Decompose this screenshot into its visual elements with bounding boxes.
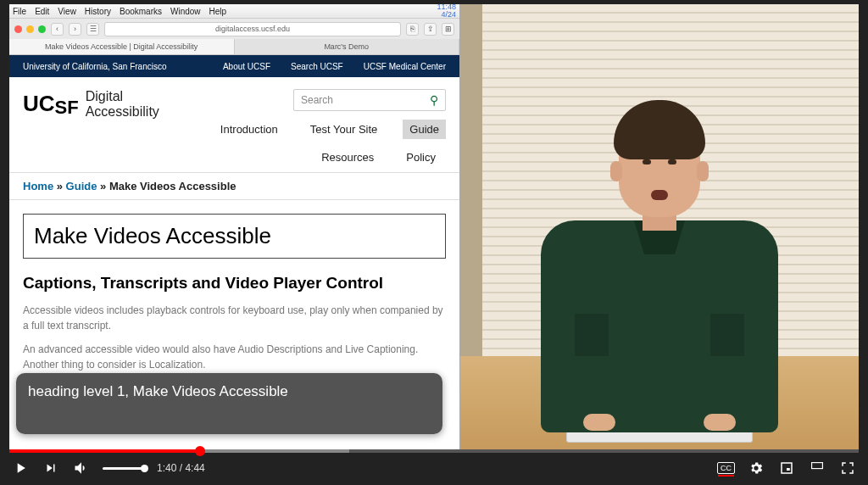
- share-button[interactable]: ⇪: [424, 23, 437, 36]
- voiceover-caption-panel: heading level 1, Make Videos Accessible: [16, 373, 442, 434]
- video-content: File Edit View History Bookmarks Window …: [9, 4, 859, 449]
- paragraph-2: An advanced accessible video would also …: [23, 342, 446, 372]
- minimize-icon[interactable]: [26, 25, 34, 33]
- forward-button[interactable]: ›: [69, 23, 81, 36]
- reader-button[interactable]: ⎘: [406, 23, 419, 36]
- nav-policy[interactable]: Policy: [399, 148, 442, 167]
- section-heading: Captions, Transcripts and Video Player C…: [23, 274, 446, 293]
- played-range: [9, 449, 200, 453]
- presenter: [524, 68, 795, 432]
- menubar-clock: 11:484/24: [437, 3, 456, 19]
- webpage: University of California, San Francisco …: [9, 55, 459, 449]
- zoom-icon[interactable]: [38, 25, 46, 33]
- mac-menubar: File Edit View History Bookmarks Window …: [9, 4, 459, 19]
- presenter-torso: [541, 220, 778, 432]
- crumb-current: Make Videos Accessible: [109, 180, 236, 192]
- video-controls: 1:40 / 4:44 CC: [9, 449, 859, 480]
- site-logo[interactable]: UCSF DigitalAccessibility: [23, 89, 159, 119]
- url-text: digitalaccess.ucsf.edu: [215, 25, 290, 33]
- topbar-link-search[interactable]: Search UCSF: [291, 62, 343, 71]
- sidebar-button[interactable]: ☰: [86, 23, 99, 36]
- ucsf-wordmark: UCSF: [23, 91, 79, 117]
- primary-nav: Introduction Test Your Site Guide: [214, 120, 446, 139]
- fullscreen-button[interactable]: [838, 459, 857, 477]
- article-body: Make Videos Accessible Captions, Transcr…: [9, 200, 459, 394]
- topbar-link-about[interactable]: About UCSF: [223, 62, 270, 71]
- browser-tab-1[interactable]: Make Videos Accessible | Digital Accessi…: [9, 39, 235, 54]
- browser-screenshot: File Edit View History Bookmarks Window …: [9, 4, 460, 449]
- close-icon[interactable]: [14, 25, 22, 33]
- settings-button[interactable]: [747, 459, 765, 477]
- svg-rect-0: [812, 463, 823, 469]
- volume-button[interactable]: [72, 459, 91, 477]
- search-placeholder: Search: [301, 94, 333, 106]
- site-title: DigitalAccessibility: [86, 89, 159, 119]
- nav-introduction[interactable]: Introduction: [214, 120, 285, 139]
- window-controls[interactable]: [14, 25, 46, 33]
- nav-guide[interactable]: Guide: [403, 120, 446, 139]
- menu-bookmarks[interactable]: Bookmarks: [120, 7, 162, 16]
- menu-history[interactable]: History: [85, 7, 111, 16]
- nav-test-your-site[interactable]: Test Your Site: [303, 120, 385, 139]
- address-bar[interactable]: digitalaccess.ucsf.edu: [104, 22, 401, 36]
- browser-tab-2[interactable]: Marc's Demo: [235, 39, 460, 54]
- play-button[interactable]: [11, 459, 30, 477]
- site-header: UCSF DigitalAccessibility Search ⚲ Intro…: [9, 77, 459, 172]
- volume-slider[interactable]: [103, 467, 145, 470]
- gear-icon: [748, 460, 764, 476]
- miniplayer-button[interactable]: [777, 459, 796, 477]
- voiceover-caption-text: heading level 1, Make Videos Accessible: [28, 383, 288, 399]
- ucsf-topbar: University of California, San Francisco …: [9, 55, 459, 77]
- crumb-home[interactable]: Home: [23, 180, 53, 192]
- menu-window[interactable]: Window: [170, 7, 201, 16]
- scrubber-handle[interactable]: [195, 446, 205, 456]
- presenter-head: [619, 114, 700, 217]
- browser-tabs: Make Videos Accessible | Digital Accessi…: [9, 39, 459, 54]
- menu-help[interactable]: Help: [209, 7, 227, 16]
- progress-bar[interactable]: [9, 449, 859, 453]
- theater-button[interactable]: [808, 459, 826, 477]
- secondary-nav: Resources Policy: [314, 148, 446, 167]
- search-icon[interactable]: ⚲: [430, 93, 438, 107]
- site-search-input[interactable]: Search ⚲: [293, 89, 446, 111]
- presenter-video: [460, 4, 859, 449]
- safari-chrome: ‹ › ☰ digitalaccess.ucsf.edu ⎘ ⇪ ⊞ Make …: [9, 19, 459, 55]
- next-button[interactable]: [42, 459, 60, 477]
- time-display: 1:40 / 4:44: [157, 462, 205, 474]
- crumb-guide[interactable]: Guide: [66, 180, 97, 192]
- paragraph-1: Accessible videos includes playback cont…: [23, 303, 446, 333]
- captions-button[interactable]: CC: [717, 462, 735, 474]
- menu-file[interactable]: File: [13, 7, 26, 16]
- menu-view[interactable]: View: [58, 7, 76, 16]
- menu-edit[interactable]: Edit: [35, 7, 49, 16]
- tabs-button[interactable]: ⊞: [442, 23, 454, 36]
- back-button[interactable]: ‹: [51, 23, 64, 36]
- video-player-frame: File Edit View History Bookmarks Window …: [0, 0, 868, 485]
- org-name: University of California, San Francisco: [23, 62, 167, 71]
- nav-resources[interactable]: Resources: [314, 148, 381, 167]
- page-title: Make Videos Accessible: [23, 214, 446, 259]
- breadcrumb: Home » Guide » Make Videos Accessible: [9, 172, 459, 200]
- topbar-link-medical[interactable]: UCSF Medical Center: [364, 62, 446, 71]
